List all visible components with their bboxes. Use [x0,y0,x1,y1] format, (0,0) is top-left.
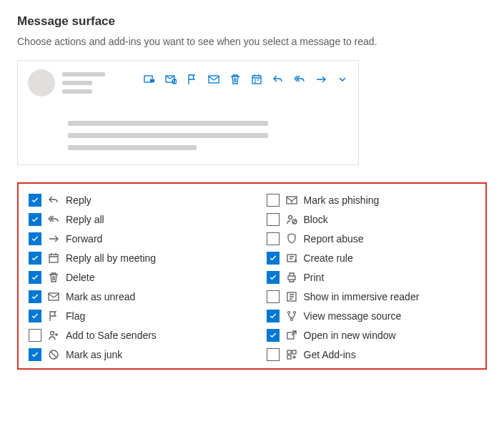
calendar-icon[interactable] [251,74,262,85]
checkbox-mark-as-junk[interactable] [29,348,41,361]
checkbox-create-rule[interactable] [267,252,280,265]
print-icon [286,272,297,283]
move-to-icon[interactable] [144,74,155,85]
option-label[interactable]: Reply all [66,214,104,225]
preview-body [68,121,348,150]
option-label[interactable]: Report abuse [304,233,364,245]
checkbox-flag[interactable] [29,310,41,322]
checkbox-view-message-source[interactable] [267,310,280,322]
envelope-icon [48,291,59,302]
option-reply-all-by-meeting: Reply all by meeting [29,252,238,265]
option-flag: Flag [29,310,238,322]
flag-icon[interactable] [187,74,198,85]
option-label[interactable]: Delete [66,272,94,283]
checkbox-reply-all-by-meeting[interactable] [29,252,41,265]
page-title: Message surface [17,14,487,29]
option-label[interactable]: View message source [304,310,402,322]
source-icon [286,310,297,322]
snooze-icon[interactable] [165,74,177,85]
forward-icon [48,233,59,245]
checkbox-add-to-safe-senders[interactable] [29,329,41,342]
checkbox-forward[interactable] [29,232,41,245]
option-label[interactable]: Print [304,272,325,283]
checkbox-reply-all[interactable] [29,213,41,226]
phishing-icon [286,194,297,206]
envelope-icon[interactable] [208,74,219,85]
option-label[interactable]: Create rule [304,252,353,264]
option-label[interactable]: Mark as junk [66,349,122,360]
chevron-down-icon[interactable] [337,74,348,85]
junk-icon [48,349,59,360]
svg-rect-3 [209,76,219,83]
block-icon [286,214,297,225]
option-label[interactable]: Flag [66,310,85,322]
option-report-abuse: Report abuse [267,232,476,245]
delete-icon[interactable] [229,74,241,85]
option-create-rule: Create rule [267,252,476,265]
checkbox-mark-as-unread[interactable] [29,290,41,303]
delete-icon [48,272,59,283]
reply-all-icon [48,214,59,225]
reader-icon [286,291,297,302]
preview-toolbar [144,69,348,85]
option-open-in-new-window: Open in new window [267,329,476,342]
option-label[interactable]: Block [304,214,328,225]
flag-icon [48,310,59,322]
options-list: ReplyReply allForwardReply all by meetin… [17,182,487,370]
option-view-message-source: View message source [267,310,476,322]
checkbox-report-abuse[interactable] [267,232,280,245]
option-mark-as-phishing: Mark as phishing [267,194,476,207]
checkbox-open-in-new-window[interactable] [267,329,280,342]
option-label[interactable]: Forward [66,233,102,245]
rule-icon [286,252,297,264]
checkbox-print[interactable] [267,271,280,284]
option-label[interactable]: Get Add-ins [304,349,356,360]
reply-icon [48,194,59,206]
option-label[interactable]: Reply all by meeting [66,252,156,264]
reply-all-icon[interactable] [294,74,305,85]
option-delete: Delete [29,271,238,284]
svg-rect-4 [252,76,261,84]
checkbox-block[interactable] [267,213,280,226]
calendar-icon [48,252,59,264]
option-label[interactable]: Mark as phishing [304,194,380,206]
option-label[interactable]: Mark as unread [66,291,135,302]
checkbox-get-addins[interactable] [267,348,280,361]
checkbox-reply[interactable] [29,194,41,207]
checkbox-delete[interactable] [29,271,41,284]
forward-icon[interactable] [315,74,327,85]
avatar [28,69,55,97]
new-window-icon [286,330,297,341]
message-preview [17,60,359,165]
option-reply: Reply [29,194,238,207]
preview-meta [62,69,112,94]
option-get-addins: Get Add-ins [267,348,476,361]
option-forward: Forward [29,232,238,245]
option-label[interactable]: Show in immersive reader [304,291,420,302]
option-reply-all: Reply all [29,213,238,226]
addins-icon [286,349,297,360]
option-add-to-safe-senders: Add to Safe senders [29,329,238,342]
option-label[interactable]: Reply [66,194,92,206]
checkbox-mark-as-phishing[interactable] [267,194,280,207]
option-block: Block [267,213,476,226]
option-print: Print [267,271,476,284]
option-mark-as-junk: Mark as junk [29,348,238,361]
option-mark-as-unread: Mark as unread [29,290,238,303]
page-subtitle: Choose actions and add-ins you want to s… [17,36,487,47]
option-label[interactable]: Open in new window [304,330,396,341]
person-add-icon [48,330,59,341]
option-label[interactable]: Add to Safe senders [66,330,157,341]
checkbox-show-in-immersive-reader[interactable] [267,290,280,303]
option-show-in-immersive-reader: Show in immersive reader [267,290,476,303]
shield-icon [286,233,297,245]
reply-icon[interactable] [272,74,284,85]
